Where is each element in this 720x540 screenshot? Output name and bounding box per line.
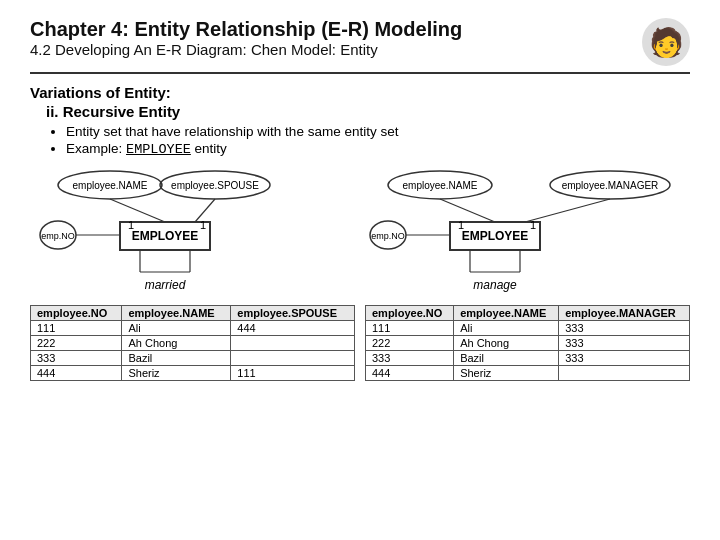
col-spouse: employee.SPOUSE	[231, 306, 355, 321]
table-married: employee.NO employee.NAME employee.SPOUS…	[30, 305, 355, 381]
svg-text:married: married	[145, 278, 186, 292]
svg-text:1: 1	[530, 219, 536, 231]
diagram-married: employee.SPOUSE employee.NAME emp.NO EMP…	[30, 167, 360, 297]
table-row: 333Bazil	[31, 351, 355, 366]
married-svg: employee.SPOUSE employee.NAME emp.NO EMP…	[30, 167, 360, 297]
svg-line-8	[110, 199, 165, 222]
svg-text:emp.NO: emp.NO	[371, 231, 405, 241]
sub-title: 4.2 Developing An E-R Diagram: Chen Mode…	[30, 41, 462, 58]
col-no-left: employee.NO	[31, 306, 122, 321]
col-manager: employee.MANAGER	[559, 306, 690, 321]
content-area: Variations of Entity: ii. Recursive Enti…	[30, 84, 690, 381]
manage-svg: employee.MANAGER employee.NAME emp.NO EM…	[360, 167, 690, 297]
header: Chapter 4: Entity Relationship (E-R) Mod…	[30, 18, 690, 74]
svg-text:employee.NAME: employee.NAME	[402, 180, 477, 191]
col-name-right: employee.NAME	[454, 306, 559, 321]
table-row: 222Ah Chong	[31, 336, 355, 351]
table-row: 222Ah Chong333	[366, 336, 690, 351]
svg-text:EMPLOYEE: EMPLOYEE	[132, 229, 199, 243]
svg-text:1: 1	[458, 219, 464, 231]
svg-text:1: 1	[128, 219, 134, 231]
table-row: 444Sheriz	[366, 366, 690, 381]
main-title: Chapter 4: Entity Relationship (E-R) Mod…	[30, 18, 462, 41]
table-row: 333Bazil333	[366, 351, 690, 366]
svg-text:EMPLOYEE: EMPLOYEE	[462, 229, 529, 243]
header-text: Chapter 4: Entity Relationship (E-R) Mod…	[30, 18, 462, 58]
avatar: 🧑	[642, 18, 690, 66]
svg-line-25	[440, 199, 495, 222]
variations-title: Variations of Entity:	[30, 84, 690, 101]
svg-text:manage: manage	[473, 278, 517, 292]
col-no-right: employee.NO	[366, 306, 454, 321]
recursive-title: ii. Recursive Entity	[30, 103, 690, 120]
table-row: 444Sheriz111	[31, 366, 355, 381]
svg-text:1: 1	[200, 219, 206, 231]
tables-row: employee.NO employee.NAME employee.SPOUS…	[30, 305, 690, 381]
table-row: 111Ali444	[31, 321, 355, 336]
diagram-manage: employee.MANAGER employee.NAME emp.NO EM…	[360, 167, 690, 297]
svg-line-26	[525, 199, 610, 222]
svg-text:emp.NO: emp.NO	[41, 231, 75, 241]
bullet-2: Example: EMPLOYEE entity	[66, 141, 690, 157]
bullet-1: Entity set that have relationship with t…	[66, 124, 690, 139]
svg-text:employee.MANAGER: employee.MANAGER	[562, 180, 659, 191]
bullet-list: Entity set that have relationship with t…	[30, 124, 690, 157]
svg-text:employee.NAME: employee.NAME	[72, 180, 147, 191]
table-manage: employee.NO employee.NAME employee.MANAG…	[365, 305, 690, 381]
col-name-left: employee.NAME	[122, 306, 231, 321]
svg-text:employee.SPOUSE: employee.SPOUSE	[171, 180, 259, 191]
slide: Chapter 4: Entity Relationship (E-R) Mod…	[0, 0, 720, 540]
table-row: 111Ali333	[366, 321, 690, 336]
diagrams-row: employee.SPOUSE employee.NAME emp.NO EMP…	[30, 167, 690, 297]
